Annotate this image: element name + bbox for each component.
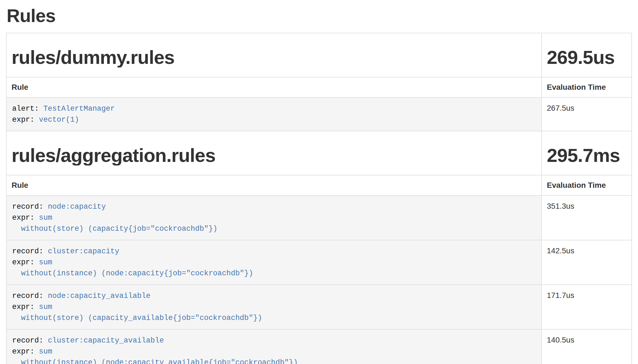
rule-code: record: node:capacity_availableexpr: sum… (12, 290, 536, 324)
rule-group-name-cell: rules/dummy.rules (6, 33, 542, 77)
rule-name-link[interactable]: node:capacity_available (48, 292, 151, 300)
page-title: Rules (7, 5, 632, 26)
rule-code: record: cluster:capacity_availableexpr: … (12, 335, 536, 364)
rule-row: record: cluster:capacity_availableexpr: … (6, 329, 632, 364)
rule-expr-label: expr: (12, 214, 39, 222)
rule-cell: record: cluster:capacityexpr: sum withou… (6, 240, 542, 285)
rule-column-header: Rule (6, 77, 542, 97)
rule-expr-link[interactable]: sum without(store) (capacity{job="cockro… (12, 214, 217, 233)
rule-code: alert: TestAlertManagerexpr: vector(1) (12, 103, 536, 125)
rule-cell: record: node:capacityexpr: sum without(s… (6, 195, 542, 240)
rule-group-name: rules/dummy.rules (12, 48, 536, 67)
column-header-row: Rule Evaluation Time (6, 175, 632, 195)
rule-evaluation-time: 171.7us (542, 285, 632, 329)
rule-row: record: cluster:capacityexpr: sum withou… (6, 240, 632, 285)
rule-name-link[interactable]: cluster:capacity_available (48, 336, 164, 345)
rule-type-label: record: (12, 336, 48, 345)
rules-page: Rules rules/dummy.rules 269.5us Rule Eva… (0, 5, 638, 364)
rule-name-link[interactable]: TestAlertManager (43, 105, 115, 113)
rule-group-header-row: rules/dummy.rules 269.5us (6, 33, 632, 77)
rule-name-link[interactable]: node:capacity (48, 203, 106, 211)
rule-expr-link[interactable]: vector(1) (39, 116, 79, 124)
column-header-row: Rule Evaluation Time (6, 77, 632, 97)
rule-cell: record: node:capacity_availableexpr: sum… (6, 285, 542, 329)
rule-group-header-row: rules/aggregation.rules 295.7ms (6, 131, 632, 175)
rule-cell: alert: TestAlertManagerexpr: vector(1) (6, 97, 542, 131)
rule-expr-link[interactable]: sum without(store) (capacity_available{j… (12, 303, 262, 322)
evaluation-time-column-header: Evaluation Time (542, 77, 632, 97)
rule-code: record: cluster:capacityexpr: sum withou… (12, 246, 536, 279)
rule-type-label: record: (12, 247, 48, 256)
rule-evaluation-time: 142.5us (542, 240, 632, 285)
rule-group-evaluation-time-cell: 269.5us (542, 33, 632, 77)
rule-evaluation-time: 351.3us (542, 195, 632, 240)
rule-type-label: record: (12, 292, 48, 300)
rule-group-evaluation-time: 295.7ms (547, 146, 626, 165)
rule-name-link[interactable]: cluster:capacity (48, 247, 119, 256)
rule-type-label: record: (12, 203, 48, 211)
rule-type-label: alert: (12, 105, 43, 113)
rule-expr-label: expr: (12, 347, 39, 356)
rule-group-name-cell: rules/aggregation.rules (6, 131, 542, 175)
rule-expr-label: expr: (12, 303, 39, 311)
rule-expr-label: expr: (12, 116, 39, 124)
rule-evaluation-time: 267.5us (542, 97, 632, 131)
rules-table: rules/dummy.rules 269.5us Rule Evaluatio… (6, 33, 632, 364)
rule-group-evaluation-time: 269.5us (547, 48, 626, 67)
rule-code: record: node:capacityexpr: sum without(s… (12, 201, 536, 234)
rule-expr-link[interactable]: sum without(instance) (node:capacity{job… (12, 258, 253, 278)
rule-expr-link[interactable]: sum without(instance) (node:capacity_ava… (12, 347, 298, 364)
rule-column-header: Rule (6, 175, 542, 195)
rule-evaluation-time: 140.5us (542, 329, 632, 364)
rule-cell: record: cluster:capacity_availableexpr: … (6, 329, 542, 364)
rule-row: alert: TestAlertManagerexpr: vector(1) 2… (6, 97, 632, 131)
rule-group-name: rules/aggregation.rules (12, 146, 536, 165)
rule-row: record: node:capacityexpr: sum without(s… (6, 195, 632, 240)
rule-expr-label: expr: (12, 258, 39, 267)
rule-row: record: node:capacity_availableexpr: sum… (6, 285, 632, 329)
rule-group-evaluation-time-cell: 295.7ms (542, 131, 632, 175)
evaluation-time-column-header: Evaluation Time (542, 175, 632, 195)
